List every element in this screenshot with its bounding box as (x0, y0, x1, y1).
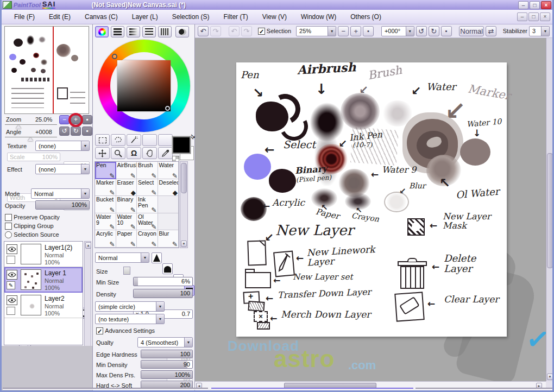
advanced-settings-checkbox[interactable]: ✓ (96, 327, 103, 334)
layer-thumbnail[interactable] (21, 244, 41, 264)
color-wheel[interactable] (98, 40, 190, 132)
dropdown-arrow-icon[interactable]: ▼ (81, 189, 89, 198)
layer-row[interactable]: Layer2 Normal 100% (4, 293, 83, 318)
tool-slot-empty[interactable] (158, 134, 173, 146)
swatches-tab[interactable] (142, 26, 156, 37)
tool-water[interactable]: Water✎ (158, 162, 179, 179)
redo-button[interactable]: ↷ (210, 26, 221, 36)
advanced-settings-row[interactable]: ✓ Advanced Settings (96, 327, 155, 334)
rotate-cw-button[interactable]: ↻ (429, 26, 439, 36)
tool-eraser[interactable]: Eraser◆ (116, 179, 137, 197)
tool-bucket[interactable]: Bucket✎ (95, 196, 116, 213)
dropdown-arrow-icon[interactable]: ▼ (156, 302, 164, 311)
menu-canvas[interactable]: Canvas (C) (78, 13, 125, 21)
layer-option-checkbox[interactable] (7, 256, 15, 264)
preserve-opacity-row[interactable]: Preserve Opacity (5, 213, 60, 221)
title-bar[interactable]: PaintTool SAI (Not Saved)New Canvas.sai … (2, 0, 552, 10)
min-density-bar[interactable]: 90 (141, 360, 193, 369)
custom-palette-tab[interactable] (158, 26, 172, 37)
zoom-in-button[interactable]: + (350, 26, 361, 36)
scroll-up-button[interactable]: ▲ (85, 242, 91, 249)
tool-brush[interactable]: Brush✎ (137, 162, 158, 179)
zoom-slider-handle[interactable] (16, 125, 21, 129)
magic-wand-tool-button[interactable] (127, 134, 141, 146)
tool-blur[interactable]: Blur✎ (158, 230, 179, 248)
tool-binary[interactable]: Binary✎ (116, 196, 137, 213)
vertical-scrollbar-thumb[interactable] (547, 153, 553, 268)
close-button[interactable]: × (541, 1, 551, 9)
density-bar[interactable]: 100 (133, 289, 193, 298)
sv-marker[interactable] (165, 106, 170, 111)
hue-marker[interactable] (112, 54, 117, 59)
restore-button[interactable]: □ (530, 1, 540, 9)
view-normal-button[interactable]: Normal (459, 26, 484, 36)
scrollbar-thumb[interactable] (181, 163, 187, 193)
menu-view[interactable]: View (V) (255, 13, 294, 21)
tool-slot-empty[interactable] (158, 196, 179, 213)
dropdown-arrow-icon[interactable]: ▼ (141, 253, 149, 262)
tool-water10[interactable]: Water 10✎ (116, 213, 137, 231)
dropdown-arrow-icon[interactable]: ▼ (328, 27, 336, 36)
nav-rotate-cw-button[interactable]: ↻ (71, 127, 81, 136)
tool-paper[interactable]: Paper✎ (116, 230, 137, 248)
color-mixer-tab[interactable] (175, 26, 189, 37)
layer-thumbnail[interactable] (21, 269, 41, 290)
zoom-combo[interactable]: 25% ▼ (296, 26, 336, 36)
scroll-down-button[interactable]: ▼ (547, 374, 553, 380)
angle-combo[interactable]: +000° ▼ (381, 26, 414, 36)
layer-row[interactable]: Layer1(2) Normal 100% (4, 242, 83, 267)
texture-combo[interactable]: (none) ▼ (35, 141, 90, 151)
selection-undo-button[interactable]: ↶ (229, 26, 240, 36)
size-unit-button[interactable] (123, 267, 130, 275)
clipping-group-checkbox[interactable] (5, 223, 12, 230)
dropdown-arrow-icon[interactable]: ▼ (541, 27, 549, 36)
layer-visibility-toggle[interactable] (7, 244, 17, 254)
brush-edge-combo[interactable]: (simple circle) ▼ (95, 301, 165, 312)
tool-airbrush[interactable]: AirBrush✎ (116, 162, 137, 179)
tool-slot-empty[interactable] (158, 213, 179, 231)
stabilizer-combo[interactable]: 3 ▼ (529, 26, 550, 36)
zoom-reset-button[interactable]: ▪ (363, 26, 374, 36)
scroll-down-button[interactable]: ▼ (181, 241, 187, 247)
zoom-tool-button[interactable] (111, 147, 125, 159)
rgb-slider-tab[interactable] (111, 26, 124, 37)
selection-source-radio[interactable] (5, 231, 12, 238)
menu-edit[interactable]: Edit (E) (42, 13, 78, 21)
layer-paint-indicator[interactable]: ✎ (7, 281, 15, 289)
max-dens-bar[interactable]: 100% (141, 370, 193, 379)
brush-shape-dome-button[interactable] (162, 263, 173, 274)
tool-ink-pen[interactable]: Ink Pen✎ (137, 196, 158, 213)
menu-layer[interactable]: Layer (L) (125, 13, 165, 21)
brush-texture-combo[interactable]: (no texture) ▼ (95, 314, 165, 324)
dropdown-arrow-icon[interactable]: ▼ (156, 314, 164, 324)
nav-rotate-ccw-button[interactable]: ↺ (59, 127, 70, 136)
eyedropper-tool-button[interactable] (158, 147, 173, 159)
clipping-group-row[interactable]: Clipping Group (5, 222, 54, 230)
layer-visibility-toggle[interactable] (7, 270, 17, 280)
angle-slider-handle[interactable] (28, 137, 33, 141)
rotate-ccw-button[interactable]: ↺ (416, 26, 427, 36)
hand-tool-button[interactable] (142, 147, 157, 159)
lasso-tool-button[interactable] (111, 134, 125, 146)
brush-shape-triangle-button[interactable] (152, 252, 162, 263)
tool-marker[interactable]: Marker✎ (95, 179, 116, 197)
tool-slot-empty[interactable] (142, 134, 157, 146)
nav-zoom-reset-button[interactable]: ▪ (82, 115, 92, 124)
preserve-opacity-checkbox[interactable] (5, 214, 12, 221)
vertical-scrollbar[interactable]: ▼ (546, 38, 554, 381)
brush-blend-combo[interactable]: Normal ▼ (95, 252, 149, 263)
tool-water9[interactable]: Water 9✎ (95, 213, 116, 231)
flip-view-button[interactable]: ⇄ (486, 26, 496, 36)
layer-thumbnail[interactable] (21, 295, 41, 315)
menu-file[interactable]: File (F) (7, 13, 42, 21)
menu-others[interactable]: Others (O) (343, 13, 388, 21)
color-wheel-tab[interactable] (95, 26, 109, 37)
undo-button[interactable]: ↶ (198, 26, 209, 36)
effect-combo[interactable]: (none) ▼ (35, 164, 90, 174)
rotate-reset-button[interactable]: ▪ (441, 26, 452, 36)
selection-redo-button[interactable]: ↷ (241, 26, 252, 36)
tool-acrylic[interactable]: Acrylic✎ (95, 230, 116, 248)
tool-deselect[interactable]: Deselect◆ (158, 179, 179, 197)
menu-filter[interactable]: Filter (T) (216, 13, 255, 21)
rotate-view-tool-button[interactable]: Ω (127, 147, 141, 159)
